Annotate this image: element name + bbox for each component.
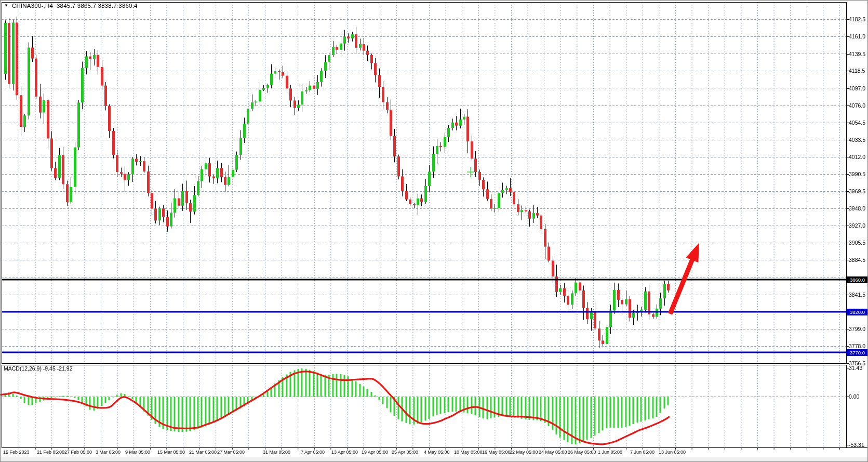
time-axis-label: 4 May 05:00: [424, 450, 450, 455]
time-axis-label: 27 Feb 05:00: [64, 450, 92, 455]
time-axis-label: 21 Mar 05:00: [189, 450, 217, 455]
price-axis-label: 3990.5: [849, 171, 865, 177]
time-axis-label: 27 Mar 05:00: [217, 450, 245, 455]
time-axis-label: 22 May 05:00: [510, 450, 538, 455]
time-axis-label: 10 May 05:00: [454, 450, 483, 455]
macd-axis-label: 0.00: [849, 393, 859, 400]
time-axis-label: 13 Apr 05:00: [331, 450, 358, 455]
time-axis-label: 25 Apr 05:00: [392, 450, 418, 455]
price-axis-label: 4054.5: [849, 120, 865, 126]
time-axis-label: 24 May 05:00: [539, 450, 567, 455]
time-axis-label: 26 May 05:00: [568, 450, 596, 455]
price-axis-label: 3969.5: [849, 188, 865, 194]
price-axis-label: 4097.0: [849, 85, 865, 91]
price-axis-label: 4012.0: [849, 154, 865, 160]
macd-indicator-label: MACD(12,26,9) -9.45 -21.92: [4, 365, 72, 372]
price-axis-label: 3927.0: [849, 222, 865, 229]
time-axis-label: 9 Mar 05:00: [125, 450, 150, 455]
price-axis-label: 4076.0: [849, 102, 865, 109]
time-axis-label: 1 Jun 05:00: [598, 450, 622, 455]
price-axis-label: 3948.0: [849, 205, 865, 212]
price-chart-canvas[interactable]: [1, 1, 868, 462]
hline-price-tag: 3860.0: [847, 276, 868, 283]
price-axis-label: 4139.5: [849, 51, 865, 57]
price-axis-label: 3799.0: [849, 326, 865, 332]
price-axis-label: 3841.5: [849, 292, 865, 298]
time-axis-label: 19 Apr 05:00: [362, 450, 388, 455]
price-axis-label: 3905.5: [849, 240, 865, 246]
time-axis-label: 13 Jun 05:00: [659, 450, 686, 455]
hline-price-tag: 3820.0: [847, 309, 868, 315]
price-axis-label: 4033.5: [849, 137, 865, 143]
window-bottom-edge: [1, 457, 867, 461]
time-axis-label: 15 Feb 2023: [3, 450, 30, 455]
time-axis-label: 3 Mar 05:00: [96, 450, 121, 455]
time-axis-label: 31 Mar 05:00: [263, 450, 290, 455]
ohlc-values-label: 3845.7 3865.7 3838.7 3860.4: [57, 3, 138, 9]
time-axis-label: 21 Feb 05:00: [37, 450, 64, 455]
price-axis-label: 3778.0: [849, 343, 865, 349]
hline-price-tag: 3770.0: [847, 349, 868, 356]
chart-window: ▼ CHINA300-,H4 3845.7 3865.7 3838.7 3860…: [0, 0, 868, 462]
macd-axis-label: 31.43: [849, 365, 862, 371]
price-axis-label: 4182.5: [849, 16, 865, 22]
symbol-period-label: CHINA300-,H4: [12, 3, 53, 9]
time-axis-label: 15 Mar 05:00: [157, 450, 185, 455]
time-axis-label: 16 May 05:00: [482, 450, 511, 455]
price-axis-label: 3884.5: [849, 257, 865, 263]
chart-title: ▼ CHINA300-,H4 3845.7 3865.7 3838.7 3860…: [4, 3, 138, 9]
time-axis-label: 7 Apr 05:00: [301, 450, 325, 455]
macd-axis-label: -53.31: [849, 442, 864, 448]
symbol-dropdown-icon[interactable]: ▼: [4, 3, 8, 8]
time-axis-label: 7 Jun 05:00: [630, 450, 655, 455]
price-axis-label: 4118.5: [849, 68, 865, 74]
price-axis-label: 4161.0: [849, 33, 865, 39]
